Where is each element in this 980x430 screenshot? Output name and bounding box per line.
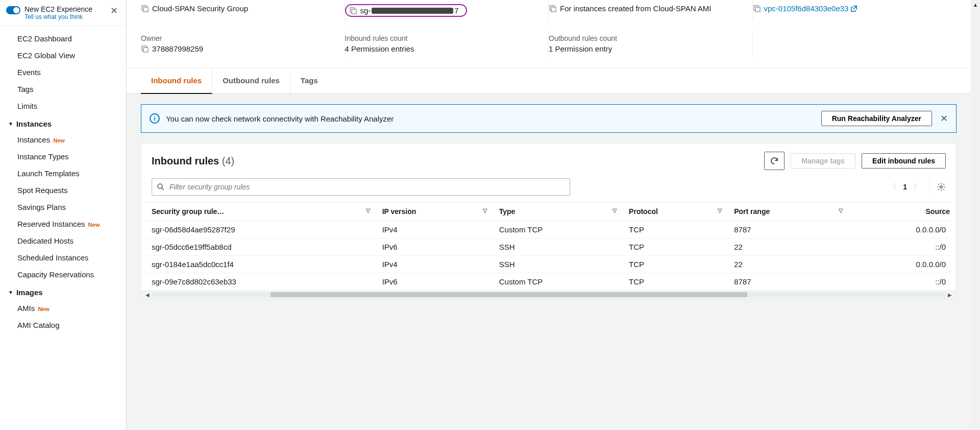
svg-point-10: [158, 184, 162, 188]
tabs: Inbound rules Outbound rules Tags: [127, 68, 971, 94]
owner-value: 378887998259: [152, 44, 203, 53]
copy-icon[interactable]: [141, 45, 149, 53]
col-type[interactable]: Type▽: [493, 202, 623, 221]
search-icon: [157, 183, 165, 191]
new-experience-banner: New EC2 Experience Tell us what you thin…: [0, 0, 126, 26]
manage-tags-button[interactable]: Manage tags: [791, 153, 855, 169]
sidebar: New EC2 Experience Tell us what you thin…: [0, 0, 127, 430]
banner-text: You can now check network connectivity w…: [166, 114, 821, 123]
svg-rect-7: [755, 7, 760, 12]
owner-label: Owner: [141, 34, 336, 42]
svg-rect-5: [551, 7, 556, 12]
sidebar-item-amis[interactable]: AMIsNew: [0, 300, 126, 317]
close-icon[interactable]: ✕: [108, 5, 120, 16]
settings-button[interactable]: [929, 179, 946, 195]
col-ip-version[interactable]: IP version▽: [376, 202, 493, 221]
tab-inbound-rules[interactable]: Inbound rules: [141, 68, 212, 94]
sidebar-item-ami-catalog[interactable]: AMI Catalog: [0, 317, 126, 333]
sidebar-item-limits[interactable]: Limits: [0, 98, 126, 114]
sidebar-item-instance-types[interactable]: Instance Types: [0, 148, 126, 165]
inbound-rules-title: Inbound rules (4): [152, 155, 764, 167]
copy-icon[interactable]: [141, 5, 149, 13]
svg-rect-3: [352, 9, 356, 14]
close-icon[interactable]: ✕: [940, 113, 948, 124]
sidebar-item-capacity-reservations[interactable]: Capacity Reservations: [0, 266, 126, 283]
sidebar-item-scheduled-instances[interactable]: Scheduled Instances: [0, 249, 126, 266]
sidebar-item-dedicated-hosts[interactable]: Dedicated Hosts: [0, 232, 126, 249]
outbound-count-value: 1 Permission entry: [549, 44, 744, 53]
sidebar-item-ec2-global-view[interactable]: EC2 Global View: [0, 47, 126, 64]
main-content: Cloud-SPAN Security Group sg-7: [127, 0, 971, 430]
new-experience-title: New EC2 Experience: [24, 5, 108, 13]
sidebar-section-images[interactable]: ▼Images: [0, 283, 126, 300]
col-port-range[interactable]: Port range▽: [728, 202, 849, 221]
pagination: 〈 1 〉: [887, 179, 946, 195]
sidebar-item-tags[interactable]: Tags: [0, 81, 126, 98]
table-row[interactable]: sgr-09e7c8d802c63eb33 IPv6 Custom TCP TC…: [141, 273, 956, 291]
external-link-icon: [850, 5, 857, 12]
run-reachability-button[interactable]: Run Reachability Analyzer: [821, 111, 932, 126]
inbound-count-value: 4 Permission entries: [345, 44, 541, 53]
svg-line-11: [162, 188, 164, 190]
copy-icon[interactable]: [349, 7, 357, 15]
toggle-new-experience[interactable]: [6, 6, 20, 14]
info-icon: i: [150, 113, 160, 124]
table-row[interactable]: sgr-05dcc6e19ff5ab8cd IPv6 SSH TCP 22 ::…: [141, 238, 956, 256]
sidebar-item-savings-plans[interactable]: Savings Plans: [0, 199, 126, 216]
horizontal-scrollbar[interactable]: ◀ ▶: [141, 291, 956, 299]
security-group-description: For instances created from Cloud-SPAN AM…: [560, 4, 712, 13]
inbound-count-label: Inbound rules count: [345, 34, 541, 42]
edit-inbound-rules-button[interactable]: Edit inbound rules: [862, 153, 946, 169]
col-protocol[interactable]: Protocol▽: [623, 202, 728, 221]
sidebar-item-ec2-dashboard[interactable]: EC2 Dashboard: [0, 30, 126, 47]
sidebar-item-instances[interactable]: InstancesNew: [0, 131, 126, 148]
sidebar-item-launch-templates[interactable]: Launch Templates: [0, 165, 126, 182]
new-experience-feedback-link[interactable]: Tell us what you think: [24, 13, 108, 20]
page-number: 1: [903, 183, 907, 191]
table-row[interactable]: sgr-06d58d4ae95287f29 IPv4 Custom TCP TC…: [141, 221, 956, 238]
outbound-count-label: Outbound rules count: [549, 34, 744, 42]
next-page-button[interactable]: 〉: [911, 182, 923, 193]
gear-icon: [937, 182, 946, 192]
copy-icon[interactable]: [753, 5, 761, 13]
reachability-banner: i You can now check network connectivity…: [141, 104, 957, 133]
copy-icon[interactable]: [549, 5, 557, 13]
col-rule-id[interactable]: Security group rule…▽: [141, 202, 376, 221]
security-group-name: Cloud-SPAN Security Group: [152, 4, 248, 13]
refresh-icon: [770, 156, 779, 165]
prev-page-button[interactable]: 〈: [887, 182, 899, 193]
sidebar-section-instances[interactable]: ▼Instances: [0, 114, 126, 131]
inbound-rules-table: Security group rule…▽ IP version▽ Type▽ …: [141, 202, 956, 291]
redacted-sg-id: [372, 8, 453, 14]
tab-outbound-rules[interactable]: Outbound rules: [212, 68, 290, 93]
col-source[interactable]: Source: [849, 202, 956, 221]
svg-rect-9: [143, 47, 148, 52]
sidebar-item-events[interactable]: Events: [0, 64, 126, 81]
vpc-link[interactable]: vpc-0105f6d84303e0e33: [764, 4, 858, 13]
sidebar-item-spot-requests[interactable]: Spot Requests: [0, 182, 126, 199]
sidebar-item-reserved-instances[interactable]: Reserved InstancesNew: [0, 216, 126, 232]
page-scrollbar[interactable]: ▲: [971, 0, 980, 430]
tab-tags[interactable]: Tags: [290, 68, 328, 93]
security-group-id-highlight: sg-7: [345, 4, 467, 17]
inbound-rules-panel: Inbound rules (4) Manage tags Edit inbou…: [141, 143, 957, 299]
filter-rules-input[interactable]: [152, 178, 570, 196]
refresh-button[interactable]: [764, 152, 785, 170]
table-row[interactable]: sgr-0184e1aa5dc0cc1f4 IPv4 SSH TCP 22 0.…: [141, 256, 956, 273]
svg-rect-1: [143, 7, 148, 12]
svg-point-12: [940, 186, 942, 188]
